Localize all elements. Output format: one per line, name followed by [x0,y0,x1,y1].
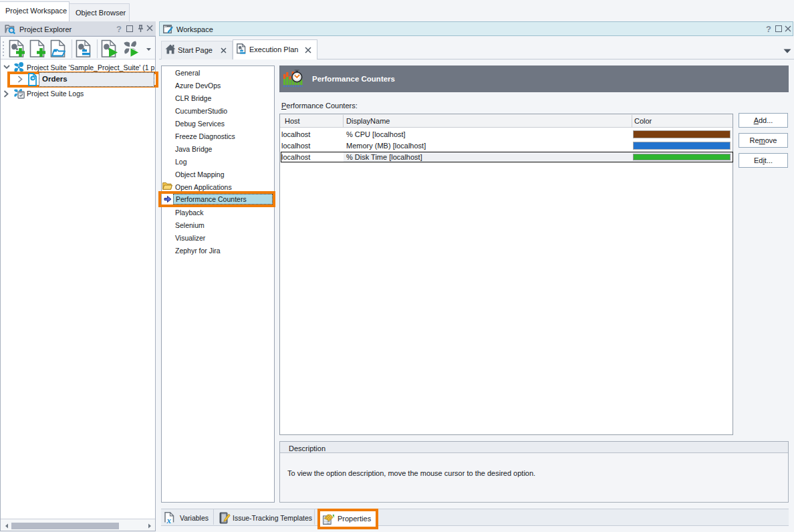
svg-text:x: x [166,515,172,525]
